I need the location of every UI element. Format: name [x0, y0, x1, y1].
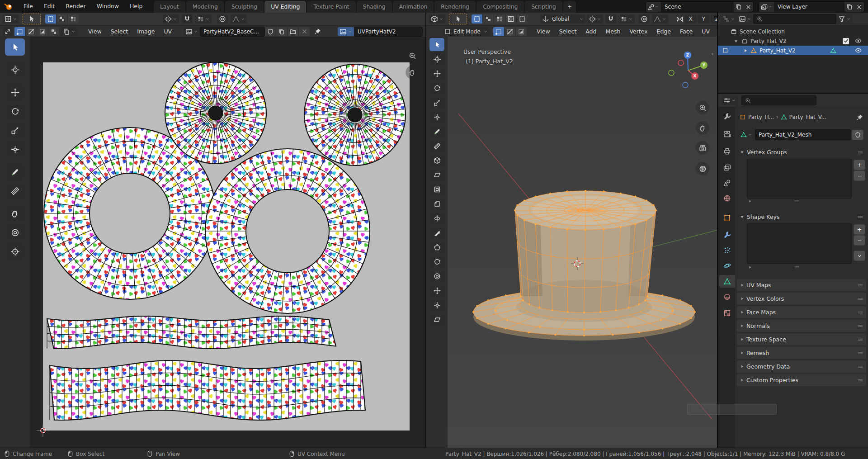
properties-pin-icon[interactable]	[856, 114, 863, 121]
workspace-tab-uv-editing[interactable]: UV Editing	[264, 1, 306, 13]
vertex-groups-resize-grip[interactable]	[794, 198, 800, 204]
viewport-menu-select[interactable]: Select	[555, 27, 581, 37]
breadcrumb-data[interactable]: Party_Hat_V...	[789, 114, 826, 120]
shape-keys-resize-grip[interactable]	[794, 264, 800, 270]
properties-tab-texture[interactable]	[719, 307, 735, 319]
properties-tab-modifiers[interactable]	[719, 228, 735, 241]
vertex-group-remove-button[interactable]: −	[854, 170, 865, 181]
viewport-loop-cut-tool-button[interactable]	[429, 212, 444, 225]
uv-transform-tool-button[interactable]	[5, 141, 25, 158]
view-layer-unlink-icon[interactable]	[854, 2, 864, 12]
properties-tab-object-data[interactable]	[719, 275, 735, 288]
uv-rotate-tool-button[interactable]	[5, 103, 25, 120]
properties-tab-world[interactable]	[719, 192, 735, 204]
uv-select-subtract-button[interactable]	[68, 14, 79, 24]
vertex-groups-panel-header[interactable]: Vertex Groups	[740, 149, 863, 156]
viewport-transform-tool-button[interactable]	[429, 110, 444, 123]
uv-menu-select[interactable]: Select	[106, 27, 133, 37]
viewport-move-tool-button[interactable]	[429, 67, 444, 80]
properties-search-input[interactable]	[741, 95, 816, 105]
uv-map-browse-button[interactable]	[338, 27, 354, 36]
edge-select-button[interactable]	[505, 27, 516, 36]
viewport-menu-vertex[interactable]: Vertex	[625, 27, 652, 37]
viewport-smooth-tool-button[interactable]	[429, 270, 444, 283]
viewport-shrink-fatten-tool-button[interactable]	[429, 298, 444, 312]
uv-menu-view[interactable]: View	[84, 27, 106, 37]
select-difference-button[interactable]	[505, 14, 517, 24]
mesh-name-field[interactable]: Party_Hat_V2_Mesh	[755, 129, 851, 140]
shape-key-add-button[interactable]: +	[854, 224, 865, 235]
viewport-add-cube-tool-button[interactable]	[429, 154, 444, 167]
viewport-zoom-icon[interactable]	[696, 101, 709, 114]
uv-image-browse-button[interactable]	[184, 27, 200, 36]
shape-keys-list[interactable]	[747, 223, 852, 264]
falloff-dropdown[interactable]	[652, 14, 668, 24]
sidebar-toggle-icon[interactable]: ‹	[711, 50, 713, 57]
uv-image-name-field[interactable]: PartyHatV2_BaseC...	[200, 27, 265, 37]
properties-tab-object[interactable]	[719, 211, 735, 224]
panel-uv-maps[interactable]: UV Maps	[737, 279, 866, 291]
uv-pinch-tool-button[interactable]	[5, 243, 25, 260]
mirror-y-button[interactable]: Y	[698, 14, 710, 24]
properties-tab-tool[interactable]	[719, 109, 735, 122]
viewport-knife-tool-button[interactable]	[429, 226, 444, 239]
viewport-inset-faces-tool-button[interactable]	[429, 183, 444, 196]
viewport-editor-type-button[interactable]	[429, 14, 445, 24]
blender-logo-icon[interactable]	[4, 2, 13, 11]
panel-face-maps[interactable]: Face Maps	[737, 306, 866, 318]
uv-map-name-field[interactable]: UVPartyHatV2	[354, 27, 423, 37]
viewport-shear-tool-button[interactable]	[429, 313, 444, 326]
outliner-row-object-selected[interactable]: Party_Hat_V2	[718, 46, 868, 55]
uv-snap-toggle[interactable]	[182, 14, 193, 24]
mirror-x-button[interactable]: X	[684, 14, 697, 24]
outliner-filter-id-dropdown[interactable]	[737, 14, 753, 24]
workspace-tab-animation[interactable]: Animation	[393, 1, 434, 13]
uv-pivot-dropdown[interactable]	[163, 14, 179, 24]
uv-editor-type-button[interactable]	[3, 14, 19, 24]
viewport-canvas[interactable]: User Perspective (1) Party_Hat_V2 ZYX ‹	[448, 37, 717, 448]
properties-tab-particles[interactable]	[719, 244, 735, 256]
scene-unlink-icon[interactable]	[744, 2, 753, 12]
uv-island-mode-button[interactable]	[48, 27, 59, 36]
uv-canvas[interactable]	[30, 37, 425, 448]
uv-grab-tool-button[interactable]	[5, 205, 25, 222]
duplicate-image-button[interactable]	[276, 27, 288, 36]
uv-select-box-button[interactable]	[45, 14, 57, 24]
uv-menu-image[interactable]: Image	[132, 27, 159, 37]
viewport-cursor-tool-button[interactable]	[429, 52, 444, 66]
viewport-menu-mesh[interactable]: Mesh	[601, 27, 625, 37]
viewport-annotate-tool-button[interactable]	[429, 125, 444, 138]
object-visibility-icon[interactable]	[855, 47, 862, 54]
viewport-ortho-icon[interactable]	[696, 162, 709, 175]
face-select-button[interactable]	[516, 27, 527, 36]
viewport-menu-view[interactable]: View	[532, 27, 555, 37]
add-workspace-button[interactable]: +	[563, 1, 576, 13]
viewport-menu-uv[interactable]: UV	[697, 27, 714, 37]
uv-move-tool-button[interactable]	[5, 84, 25, 101]
workspace-tab-shading[interactable]: Shading	[357, 1, 392, 13]
pivot-dropdown[interactable]	[587, 14, 603, 24]
viewport-menu-edge[interactable]: Edge	[652, 27, 675, 37]
unlink-image-button[interactable]	[299, 27, 310, 36]
uv-relax-tool-button[interactable]	[5, 224, 25, 241]
workspace-tab-sculpting[interactable]: Sculpting	[225, 1, 264, 13]
menu-render[interactable]: Render	[60, 0, 91, 13]
vertex-group-add-button[interactable]: +	[854, 160, 865, 170]
uv-sync-selection-toggle[interactable]	[3, 27, 13, 36]
properties-editor-type-button[interactable]	[722, 96, 738, 105]
properties-tab-render[interactable]	[719, 128, 735, 140]
select-extend-button[interactable]	[483, 14, 494, 24]
properties-tab-material[interactable]	[719, 290, 735, 303]
uv-pan-icon[interactable]	[406, 66, 419, 79]
viewport-poly-build-tool-button[interactable]	[429, 241, 444, 254]
viewport-scale-tool-button[interactable]	[429, 96, 444, 109]
uv-edge-mode-button[interactable]	[26, 27, 37, 36]
workspace-tab-layout[interactable]: Layout	[154, 1, 185, 13]
panel-normals[interactable]: Normals	[737, 320, 866, 332]
panel-remesh[interactable]: Remesh	[737, 347, 866, 359]
workspace-tab-scripting[interactable]: Scripting	[525, 1, 562, 13]
outliner-search-input[interactable]	[753, 14, 836, 24]
scene-browse-icon[interactable]	[646, 2, 661, 12]
select-box-button[interactable]	[472, 14, 483, 24]
uv-zoom-icon[interactable]	[406, 49, 419, 62]
